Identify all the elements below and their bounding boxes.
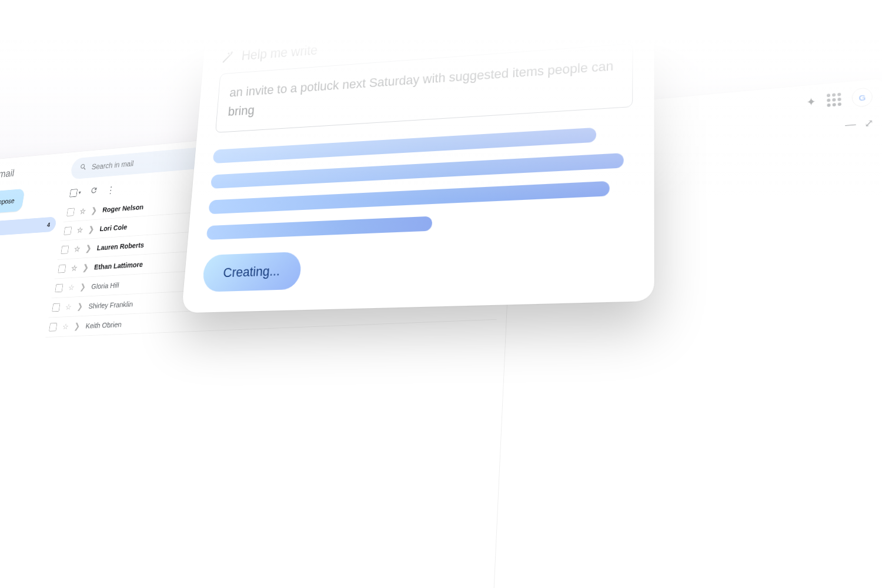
- dialog-title: Help me write: [241, 43, 318, 64]
- star-icon[interactable]: ☆: [65, 302, 72, 312]
- creating-label: Creating...: [223, 263, 280, 280]
- minimize-icon[interactable]: —: [845, 118, 856, 131]
- mail-sender: Lauren Roberts: [96, 240, 145, 252]
- mail-sender: Gloria Hill: [91, 280, 120, 290]
- apps-grid-icon[interactable]: [827, 93, 841, 107]
- sparkle-icon[interactable]: ✦: [806, 95, 817, 109]
- mail-sender: Lori Cole: [99, 223, 128, 233]
- sidebar-item-drafts[interactable]: Drafts: [0, 298, 44, 318]
- refresh-icon[interactable]: [89, 186, 98, 196]
- important-icon[interactable]: ❯: [85, 243, 92, 253]
- prompt-text: an invite to a potluck next Saturday wit…: [228, 58, 613, 119]
- checkbox-icon[interactable]: [61, 246, 69, 254]
- sidebar: Gmail Compose Inbox 4 Starred Snoozed: [0, 152, 71, 588]
- search-input[interactable]: Search in mail: [70, 141, 269, 179]
- compose-label: Compose: [0, 196, 15, 206]
- brand: Gmail: [0, 161, 65, 193]
- sidebar-nav: Inbox 4 Starred Snoozed Important Sent D…: [0, 216, 57, 317]
- star-icon[interactable]: ☆: [68, 283, 75, 292]
- checkbox-icon[interactable]: [66, 208, 75, 216]
- account-avatar[interactable]: G: [851, 87, 873, 108]
- important-icon[interactable]: ❯: [91, 206, 97, 215]
- checkbox-icon[interactable]: [55, 284, 63, 293]
- important-icon[interactable]: ❯: [74, 321, 81, 330]
- inbox-count: 4: [46, 221, 51, 228]
- svg-point-2: [230, 53, 232, 55]
- important-icon[interactable]: ❯: [88, 225, 95, 234]
- important-icon[interactable]: ❯: [76, 302, 83, 311]
- magic-wand-icon: [221, 50, 235, 64]
- loading-skeleton: [206, 125, 633, 240]
- search-icon: [79, 163, 88, 173]
- sidebar-item-snoozed[interactable]: Snoozed: [0, 249, 52, 269]
- star-icon[interactable]: ☆: [71, 263, 78, 273]
- important-icon[interactable]: ❯: [79, 282, 86, 292]
- creating-button[interactable]: Creating...: [202, 252, 301, 292]
- compose-button[interactable]: Compose: [0, 189, 25, 215]
- star-icon[interactable]: ☆: [74, 244, 81, 253]
- sidebar-item-inbox[interactable]: Inbox 4: [0, 216, 57, 238]
- mail-sender: Shirley Franklin: [88, 300, 133, 310]
- brand-name: Gmail: [0, 167, 15, 181]
- mail-sender: Roger Nelson: [102, 203, 144, 214]
- mail-sender: Ethan Lattimore: [93, 260, 143, 271]
- star-icon[interactable]: ☆: [76, 225, 83, 235]
- help-me-write-dialog: ✕ Help me write an invite to a potluck n…: [182, 0, 654, 313]
- close-icon[interactable]: ✕: [627, 1, 640, 17]
- sidebar-item-starred[interactable]: Starred: [0, 232, 55, 253]
- important-icon[interactable]: ❯: [82, 263, 89, 272]
- more-icon[interactable]: ⋮: [106, 184, 116, 196]
- checkbox-icon[interactable]: [64, 226, 72, 235]
- sidebar-item-important[interactable]: Important: [0, 265, 49, 285]
- star-icon[interactable]: ☆: [79, 206, 86, 216]
- checkbox-icon[interactable]: [52, 303, 60, 312]
- star-icon[interactable]: ☆: [62, 322, 69, 331]
- checkbox-icon[interactable]: [58, 265, 66, 273]
- select-all-checkbox[interactable]: ▾: [69, 188, 82, 197]
- search-placeholder: Search in mail: [91, 159, 134, 171]
- prompt-input[interactable]: an invite to a potluck next Saturday wit…: [215, 44, 633, 133]
- sidebar-item-sent[interactable]: Sent: [0, 281, 47, 301]
- expand-icon[interactable]: ⤢: [864, 117, 874, 130]
- checkbox-icon[interactable]: [49, 323, 57, 332]
- mail-sender: Keith Obrien: [85, 320, 122, 330]
